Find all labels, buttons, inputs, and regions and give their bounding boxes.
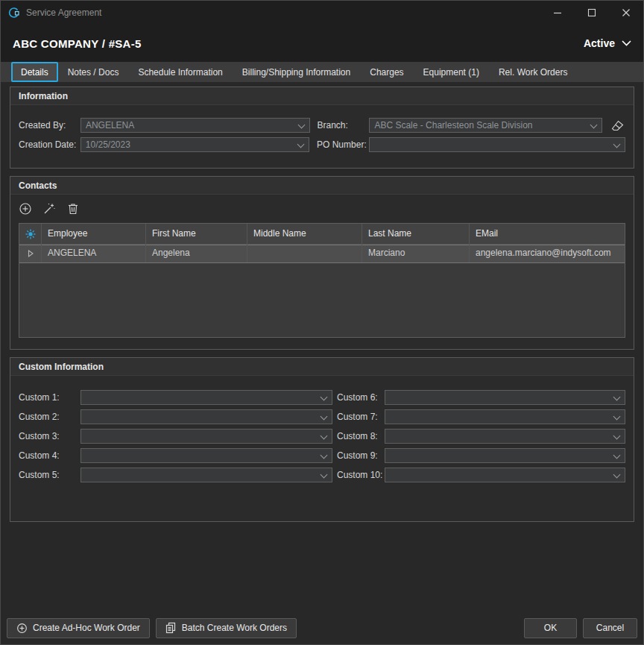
field-row: Creation Date: 10/25/2023 PO Number: (19, 137, 625, 152)
tab-rel-work-orders[interactable]: Rel. Work Orders (489, 62, 577, 82)
custom-5-combo[interactable] (80, 468, 332, 482)
custom-2-combo[interactable] (80, 409, 332, 424)
tab-equipment[interactable]: Equipment (1) (414, 62, 489, 82)
chevron-down-icon (321, 433, 327, 440)
minimize-button[interactable] (540, 1, 575, 25)
custom-5-label: Custom 5: (19, 470, 80, 480)
chevron-down-icon (298, 122, 305, 129)
titlebar: Service Agreement (1, 1, 643, 25)
information-group-title: Information (10, 87, 634, 105)
cell-middle-name (247, 245, 362, 262)
tab-schedule-information[interactable]: Schedule Information (128, 62, 232, 82)
tab-charges[interactable]: Charges (360, 62, 413, 82)
branch-combo[interactable]: ABC Scale - Charlesteon Scale Division (369, 118, 602, 133)
chevron-down-icon (321, 472, 327, 479)
cell-first-name: Angelena (146, 245, 247, 262)
circle-plus-icon (19, 202, 32, 215)
tab-bar: Details Notes / Docs Schedule Informatio… (1, 62, 643, 82)
custom-7-combo[interactable] (385, 409, 625, 424)
chevron-down-icon (321, 414, 327, 421)
po-number-combo[interactable] (369, 137, 625, 152)
app-icon (8, 7, 20, 19)
row-expand-cell[interactable] (19, 245, 42, 262)
chevron-down-icon (613, 394, 620, 401)
tab-notes-docs[interactable]: Notes / Docs (58, 62, 129, 82)
custom-2-label: Custom 2: (19, 412, 80, 422)
footer: Create Ad-Hoc Work Order Batch Create Wo… (1, 611, 643, 644)
batch-create-work-orders-button[interactable]: Batch Create Work Orders (156, 618, 297, 638)
table-row[interactable]: ANGELENA Angelena Marciano angelena.marc… (19, 245, 625, 263)
chevron-down-icon (321, 453, 327, 459)
contacts-toolbar (19, 202, 625, 215)
chevron-down-icon (613, 414, 620, 421)
close-button[interactable] (609, 1, 643, 25)
status-label: Active (584, 37, 615, 49)
custom-4-label: Custom 4: (19, 450, 80, 461)
column-chooser-cell[interactable] (19, 224, 42, 244)
chevron-down-icon (590, 122, 597, 129)
add-contact-button[interactable] (19, 202, 32, 215)
custom-1-combo[interactable] (80, 390, 332, 405)
cell-last-name: Marciano (362, 245, 470, 262)
custom-row: Custom 2: Custom 7: (19, 409, 625, 424)
custom-6-combo[interactable] (385, 390, 625, 405)
branch-label: Branch: (318, 120, 370, 130)
information-body: Created By: ANGELENA Branch: ABC Scale -… (10, 105, 634, 152)
cell-email: angelena.marciano@indysoft.com (470, 245, 625, 262)
custom-row: Custom 4: Custom 9: (19, 448, 625, 463)
delete-contact-button[interactable] (66, 202, 80, 215)
creation-date-combo[interactable]: 10/25/2023 (80, 137, 309, 152)
column-header-first-name[interactable]: First Name (146, 224, 247, 244)
custom-1-label: Custom 1: (19, 392, 80, 403)
chevron-down-icon (613, 453, 620, 459)
cell-employee: ANGELENA (42, 245, 146, 262)
magic-wand-icon (42, 202, 56, 215)
tab-details[interactable]: Details (11, 62, 58, 82)
column-header-email[interactable]: EMail (470, 224, 625, 244)
po-number-label: PO Number: (317, 139, 369, 150)
custom-information-body: Custom 1: Custom 6: Custom 2: Custom 7: … (10, 376, 634, 482)
creation-date-label: Creation Date: (19, 139, 80, 150)
cancel-button[interactable]: Cancel (583, 618, 637, 638)
custom-row: Custom 5: Custom 10: (19, 468, 625, 482)
ok-button[interactable]: OK (524, 618, 577, 638)
maximize-icon (587, 8, 596, 17)
window-title: Service Agreement (26, 7, 101, 18)
information-group: Information Created By: ANGELENA Branch:… (10, 86, 634, 169)
window-controls (540, 1, 643, 25)
created-by-label: Created By: (19, 120, 80, 130)
custom-information-group-title: Custom Information (10, 358, 634, 376)
tab-billing-shipping-information[interactable]: Billing/Shipping Information (233, 62, 360, 82)
minimize-icon (553, 8, 562, 17)
custom-9-combo[interactable] (385, 448, 625, 463)
custom-3-combo[interactable] (80, 429, 332, 444)
batch-documents-icon (165, 622, 177, 634)
column-header-middle-name[interactable]: Middle Name (247, 224, 362, 244)
custom-6-label: Custom 6: (337, 392, 385, 403)
status-dropdown[interactable]: Active (584, 37, 631, 49)
column-header-last-name[interactable]: Last Name (362, 224, 470, 244)
content-area: Information Created By: ANGELENA Branch:… (1, 82, 643, 611)
custom-8-combo[interactable] (385, 429, 625, 444)
column-header-employee[interactable]: Employee (42, 224, 146, 244)
button-label: Batch Create Work Orders (182, 623, 287, 633)
triangle-right-icon (27, 249, 34, 258)
created-by-combo[interactable]: ANGELENA (80, 118, 310, 133)
chevron-down-icon (613, 142, 620, 148)
custom-3-label: Custom 3: (19, 431, 80, 441)
custom-10-combo[interactable] (385, 468, 625, 482)
field-row: Created By: ANGELENA Branch: ABC Scale -… (19, 118, 625, 133)
created-by-value: ANGELENA (86, 120, 294, 130)
contacts-group: Contacts (10, 176, 634, 350)
page-title: ABC COMPANY / #SA-5 (13, 37, 142, 50)
auto-fill-contact-button[interactable] (42, 202, 56, 215)
column-selector-icon (25, 229, 36, 239)
maximize-button[interactable] (575, 1, 609, 25)
eraser-icon (610, 119, 625, 132)
create-adhoc-work-order-button[interactable]: Create Ad-Hoc Work Order (7, 618, 150, 638)
custom-4-combo[interactable] (80, 448, 332, 463)
table-header-row: Employee First Name Middle Name Last Nam… (19, 224, 625, 245)
custom-row: Custom 3: Custom 8: (19, 429, 625, 444)
creation-date-value: 10/25/2023 (86, 139, 294, 150)
clear-branch-button[interactable] (609, 118, 625, 133)
